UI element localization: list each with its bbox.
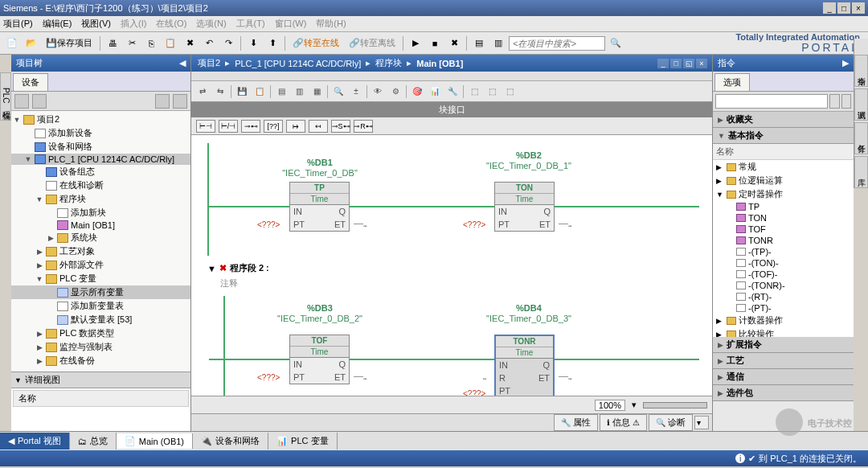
info-tab[interactable]: ℹ 信息 ⚠ [600, 414, 647, 431]
et-7-icon[interactable]: ▦ [309, 84, 325, 100]
instruction-item[interactable]: ▶位逻辑运算 [713, 174, 854, 187]
instruction-filter-input[interactable] [715, 94, 828, 109]
et-5-icon[interactable]: ▤ [273, 84, 289, 100]
instruction-item[interactable]: -(TP)- [713, 246, 854, 257]
collapse-left-icon[interactable]: ◀ [179, 58, 186, 68]
et-14-icon[interactable]: 🔧 [444, 84, 461, 100]
split2-icon[interactable]: ▥ [489, 35, 507, 52]
menu-online[interactable]: 在线(O) [156, 18, 186, 30]
options-tab[interactable]: 选项 [714, 73, 750, 91]
branch-open-icon[interactable]: ↦ [286, 120, 305, 133]
set-coil-icon[interactable]: ⊸S⊷ [331, 120, 350, 133]
portal-view-button[interactable]: ◀ Portal 视图 [0, 433, 70, 450]
tree-item[interactable]: 添加新变量表 [11, 299, 190, 313]
tree-item[interactable]: 显示所有变量 [11, 285, 190, 299]
favorites-section[interactable]: ▶收藏夹 [713, 112, 854, 128]
et-monitor-icon[interactable]: 👁 [370, 84, 386, 100]
tree-item[interactable]: 在线和诊断 [11, 179, 190, 192]
go-offline-button[interactable]: 🔗 转至离线 [345, 35, 399, 52]
et-save-icon[interactable]: 💾 [234, 84, 250, 100]
tree-item[interactable]: ▶PLC 数据类型 [11, 326, 190, 340]
pt-value-4[interactable]: <???> [463, 389, 485, 396]
menu-insert[interactable]: 插入(I) [121, 18, 146, 30]
cut-icon[interactable]: ✂ [123, 35, 141, 52]
comm-section[interactable]: ▶通信 [713, 369, 854, 385]
ladder-editor-canvas[interactable]: %DB1"IEC_Timer_0_DB" TP Time INQ PTET <?… [191, 135, 712, 396]
more-section[interactable]: ▶选件包 [713, 385, 854, 401]
menu-window[interactable]: 窗口(W) [275, 18, 307, 30]
detail-view-header[interactable]: ▼详细视图 [11, 372, 190, 388]
tree-item[interactable]: 设备和网络 [11, 140, 190, 154]
stop-cpu-icon[interactable]: ■ [426, 35, 444, 52]
instruction-item[interactable]: -(RT)- [713, 291, 854, 302]
upload-icon[interactable]: ⬆ [264, 35, 281, 52]
contact-nc-icon[interactable]: ⊢/⊣ [219, 120, 238, 133]
tree-item[interactable]: 默认变量表 [53] [11, 313, 190, 326]
tree-item[interactable]: ▼PLC 变量 [11, 272, 190, 285]
instruction-item[interactable]: ▶计数器操作 [713, 314, 854, 327]
et-2-icon[interactable]: ⇆ [212, 84, 228, 100]
tabs-expand-icon[interactable]: ▾ [694, 416, 709, 429]
sidestrip-libs[interactable]: 库 [854, 156, 868, 188]
redo-icon[interactable]: ↷ [219, 35, 237, 52]
project-tree[interactable]: ▼项目2添加新设备设备和网络▼PLC_1 [CPU 1214C AC/DC/Rl… [11, 111, 190, 372]
minimize-button[interactable]: _ [823, 2, 836, 14]
filter-icon[interactable] [829, 94, 840, 109]
zoom-level[interactable]: 100% [595, 400, 625, 411]
devices-tab[interactable]: 设备 [13, 73, 48, 91]
basic-instr-section[interactable]: ▼基本指令 [713, 128, 854, 144]
crumb-project[interactable]: 项目2 [198, 57, 220, 69]
et-goto-icon[interactable]: 🎯 [409, 84, 425, 100]
cross-ref-icon[interactable]: ✖ [445, 35, 463, 52]
properties-tab[interactable]: 🔧 属性 [554, 414, 598, 431]
editor-float-icon[interactable]: ◱ [683, 59, 694, 68]
maximize-button[interactable]: □ [837, 2, 850, 14]
crumb-plc[interactable]: PLC_1 [CPU 1214C AC/DC/Rly] [235, 59, 361, 68]
tree-item[interactable]: Main [OB1] [11, 220, 190, 231]
tree-tool-1-icon[interactable] [14, 94, 29, 109]
tree-tool-2-icon[interactable] [32, 94, 47, 109]
branch-close-icon[interactable]: ↤ [309, 120, 328, 133]
sidestrip-tasks[interactable]: 任务 [854, 122, 868, 154]
overview-tab[interactable]: 🗂 总览 [70, 433, 117, 450]
pt-value-2[interactable]: <???> [463, 220, 485, 229]
search-icon[interactable]: 🔍 [607, 35, 624, 52]
tree-item[interactable]: ▼程序块 [11, 192, 190, 206]
crumb-main[interactable]: Main [OB1] [416, 59, 463, 68]
instruction-item[interactable]: -(TON)- [713, 257, 854, 269]
undo-icon[interactable]: ↶ [200, 35, 218, 52]
tree-item[interactable]: ▶系统块 [11, 231, 190, 244]
crumb-blocks[interactable]: 程序块 [375, 57, 402, 69]
new-project-icon[interactable]: 📄 [3, 35, 21, 52]
tree-item[interactable]: 添加新设备 [11, 126, 190, 140]
filter2-icon[interactable] [841, 94, 852, 109]
timer-block-tp[interactable]: TP Time INQ PTET [289, 182, 350, 232]
instruction-item[interactable]: ▶比较操作 [713, 327, 854, 337]
tree-item[interactable]: ▶外部源文件 [11, 258, 190, 272]
network-2-title[interactable]: ▼✖程序段 2 : [207, 261, 696, 276]
instruction-item[interactable]: TOF [713, 224, 854, 235]
left-sidestrip-plc[interactable]: PLC 编程 [0, 72, 11, 121]
block-interface-header[interactable]: 块接口 [191, 102, 712, 117]
reset-coil-icon[interactable]: ⊸R⊷ [354, 120, 373, 133]
open-project-icon[interactable]: 📂 [23, 35, 40, 52]
start-cpu-icon[interactable]: ▶ [407, 35, 424, 52]
copy-icon[interactable]: ⎘ [142, 35, 160, 52]
et-15-icon[interactable]: ⬚ [466, 84, 482, 100]
go-online-button[interactable]: 🔗 转至在线 [289, 35, 343, 52]
tree-tool-4-icon[interactable] [173, 94, 187, 109]
devnet-tab[interactable]: 🔌 设备和网络 [193, 433, 268, 450]
save-project-button[interactable]: 💾 保存项目 [42, 35, 96, 52]
sidestrip-test[interactable]: 测试 [854, 88, 868, 121]
et-17-icon[interactable]: ⬚ [502, 84, 518, 100]
editor-min-icon[interactable]: _ [657, 59, 669, 68]
instruction-item[interactable]: TONR [713, 235, 854, 246]
menu-options[interactable]: 选项(N) [196, 18, 226, 30]
instruction-item[interactable]: ▼定时器操作 [713, 187, 854, 201]
close-button[interactable]: × [852, 2, 865, 14]
menu-tools[interactable]: 工具(T) [236, 18, 265, 30]
tree-tool-3-icon[interactable] [155, 94, 170, 109]
tree-item[interactable]: ▶工艺对象 [11, 244, 190, 258]
tree-item[interactable]: 添加新块 [11, 206, 190, 220]
et-1-icon[interactable]: ⇄ [194, 84, 211, 100]
